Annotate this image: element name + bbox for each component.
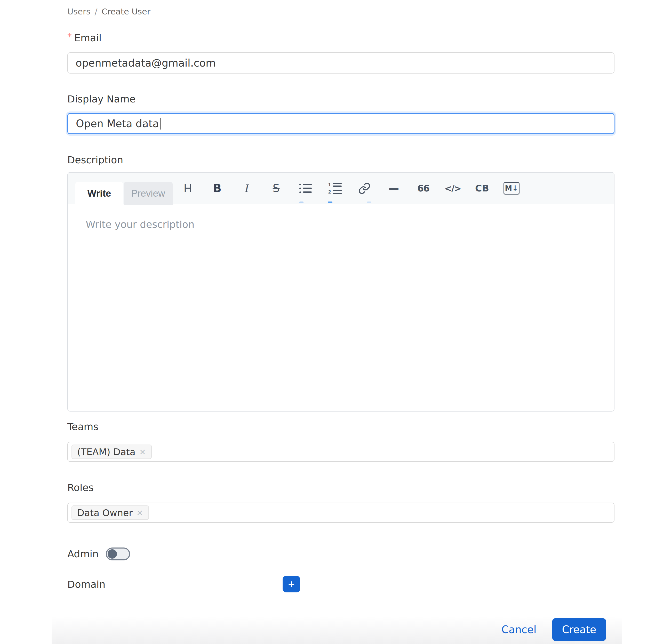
italic-icon[interactable]: I xyxy=(238,178,256,199)
add-domain-button[interactable]: + xyxy=(282,576,300,592)
email-value: openmetadata@gmail.com xyxy=(76,57,216,69)
svg-text:1: 1 xyxy=(328,182,331,187)
description-editor: Write Preview H B I S xyxy=(67,172,615,412)
team-tag: (TEAM) Data × xyxy=(72,445,152,459)
remove-role-icon[interactable]: × xyxy=(136,508,143,518)
editor-toolbar: Write Preview H B I S xyxy=(68,172,614,204)
markdown-icon[interactable]: M↓ xyxy=(503,178,521,199)
domain-row: Domain + xyxy=(67,576,615,593)
admin-row: Admin xyxy=(67,546,130,562)
heading-icon[interactable]: H xyxy=(179,178,197,199)
create-button[interactable]: Create xyxy=(552,618,606,641)
role-tag: Data Owner × xyxy=(72,505,149,520)
shortcut-hint-dash xyxy=(367,202,371,203)
breadcrumb-create-user: Create User xyxy=(101,7,150,16)
text-cursor xyxy=(160,118,161,130)
strikethrough-icon[interactable]: S xyxy=(267,178,285,199)
breadcrumb-separator: / xyxy=(95,7,98,16)
display-name-label: Display Name xyxy=(67,93,136,105)
link-icon[interactable] xyxy=(355,178,374,199)
svg-text:2: 2 xyxy=(328,189,331,195)
breadcrumb-users[interactable]: Users xyxy=(67,7,91,16)
email-field[interactable]: openmetadata@gmail.com xyxy=(67,52,615,74)
shortcut-hint-dash xyxy=(299,202,304,203)
plus-icon: + xyxy=(288,578,295,590)
cancel-button[interactable]: Cancel xyxy=(502,623,536,636)
tab-preview[interactable]: Preview xyxy=(124,182,173,205)
roles-select[interactable]: Data Owner × xyxy=(67,503,615,523)
email-label: *Email xyxy=(67,31,101,43)
teams-select[interactable]: (TEAM) Data × xyxy=(67,442,615,462)
description-label: Description xyxy=(67,154,123,166)
display-name-value: Open Meta data xyxy=(76,118,159,130)
toggle-knob xyxy=(107,549,117,558)
team-tag-label: (TEAM) Data xyxy=(77,447,136,457)
toolbar-icons: H B I S 1 xyxy=(179,172,521,204)
breadcrumb: Users / Create User xyxy=(67,7,150,16)
display-name-field[interactable]: Open Meta data xyxy=(67,113,615,134)
description-placeholder: Write your description xyxy=(86,219,194,230)
numbered-list-icon[interactable]: 1 2 xyxy=(326,178,344,199)
bold-icon[interactable]: B xyxy=(208,178,226,199)
role-tag-label: Data Owner xyxy=(77,507,132,518)
horizontal-rule-icon[interactable]: — xyxy=(385,178,403,199)
domain-label: Domain xyxy=(67,576,105,593)
description-textarea[interactable]: Write your description xyxy=(68,204,614,245)
tab-write[interactable]: Write xyxy=(75,182,123,205)
code-block-icon[interactable]: CB xyxy=(473,178,491,199)
admin-label: Admin xyxy=(67,548,99,559)
required-asterisk: * xyxy=(67,31,72,42)
remove-team-icon[interactable]: × xyxy=(139,447,146,457)
roles-label: Roles xyxy=(67,482,94,493)
teams-label: Teams xyxy=(67,421,98,433)
bullet-list-icon[interactable] xyxy=(296,178,315,199)
code-icon[interactable]: </> xyxy=(444,178,462,199)
admin-toggle[interactable] xyxy=(106,548,130,561)
shortcut-hint-dash xyxy=(328,202,332,203)
quote-icon[interactable]: 66 xyxy=(414,178,432,199)
